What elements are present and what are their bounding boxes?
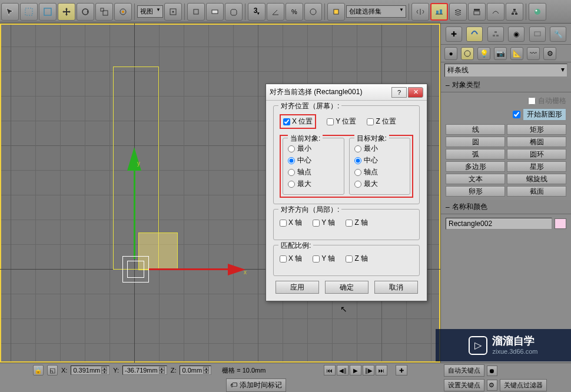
cancel-button[interactable]: 取消 [374, 281, 418, 294]
scale-y-checkbox[interactable]: Y 轴 [313, 254, 335, 264]
create-tab[interactable]: ✚ [446, 26, 462, 42]
marquee-tool[interactable] [20, 3, 38, 21]
z-axis-checkbox[interactable]: Z 轴 [346, 218, 368, 228]
shapes-cat[interactable] [461, 47, 474, 60]
goto-start-button[interactable]: ⏮ [324, 365, 336, 376]
utilities-tab[interactable]: 🔧 [550, 26, 566, 42]
move-gizmo-x[interactable] [148, 268, 231, 270]
y-axis-checkbox[interactable]: Y 轴 [313, 218, 335, 228]
angle-snap-tool[interactable] [267, 3, 284, 21]
x-position-checkbox[interactable]: X 位置 [280, 114, 316, 129]
play-button[interactable]: ▶ [350, 365, 361, 376]
egg-button[interactable]: 卵形 [446, 186, 505, 197]
x-axis-checkbox[interactable]: X 轴 [280, 218, 302, 228]
helpers-cat[interactable]: 📐 [510, 47, 523, 60]
current-max-radio[interactable]: 最大 [288, 179, 339, 189]
text-button[interactable]: 文本 [446, 174, 505, 184]
cameras-cat[interactable]: 📷 [494, 47, 507, 60]
arc-button[interactable]: 弧 [446, 149, 505, 160]
close-button[interactable]: ✕ [408, 87, 423, 98]
donut-button[interactable]: 圆环 [507, 149, 566, 160]
star-button[interactable]: 星形 [507, 161, 566, 172]
key-filters-button[interactable]: 关键点过滤器 [500, 379, 547, 391]
helix-button[interactable]: 螺旋线 [507, 174, 566, 184]
name-color-rollout[interactable]: –名称和颜色 [441, 200, 571, 214]
auto-key-button[interactable]: 自动关键点 [444, 364, 484, 377]
material-editor-tool[interactable] [529, 3, 546, 21]
next-frame-button[interactable]: ∥▶ [363, 365, 374, 376]
rotate-tool[interactable] [77, 3, 94, 21]
hierarchy-tab[interactable] [487, 26, 504, 42]
ok-button[interactable]: 确定 [325, 281, 369, 294]
transform-type-in-icon[interactable]: ◱ [47, 365, 58, 376]
select-manipulate-tool[interactable] [187, 3, 205, 21]
display-tab[interactable] [529, 26, 546, 42]
ngon-button[interactable]: 多边形 [446, 161, 505, 172]
object-name-input[interactable] [446, 218, 552, 230]
lights-cat[interactable]: 💡 [477, 47, 490, 60]
spacewarps-cat[interactable]: 〰 [527, 47, 540, 60]
scale-z-checkbox[interactable]: Z 轴 [346, 254, 368, 264]
time-config-button[interactable]: ✚ [396, 365, 407, 376]
modify-tab[interactable] [466, 26, 483, 42]
move-tool[interactable] [58, 3, 75, 21]
x-coord-input[interactable]: 0.391mm▴▾ [71, 366, 109, 375]
align-tool[interactable] [430, 3, 448, 21]
keyboard-shortcut-tool[interactable] [206, 3, 224, 21]
snap-toggle[interactable]: 3▾ [248, 3, 265, 21]
z-position-checkbox[interactable]: Z 位置 [367, 114, 396, 129]
move-gizmo-center[interactable] [127, 261, 144, 278]
layers-tool[interactable] [449, 3, 467, 21]
mirror-tool[interactable] [411, 3, 429, 21]
circle-button[interactable]: 圆 [446, 137, 505, 147]
select-tool[interactable] [1, 3, 19, 21]
auto-grid-checkbox[interactable] [528, 97, 536, 105]
named-selections-tool[interactable] [225, 3, 243, 21]
motion-tab[interactable]: ◉ [508, 26, 524, 42]
goto-end-button[interactable]: ⏭ [376, 365, 387, 376]
apply-button[interactable]: 应用 [275, 281, 319, 294]
key-mode-icon[interactable]: ⏺ [487, 366, 497, 376]
z-coord-input[interactable]: 0.0mm▴▾ [180, 366, 211, 375]
target-max-radio[interactable]: 最大 [354, 179, 406, 189]
object-color-swatch[interactable] [555, 218, 566, 229]
target-center-radio[interactable]: 中心 [354, 155, 406, 165]
section-button[interactable]: 截面 [507, 186, 566, 197]
start-new-shape-checkbox[interactable] [513, 111, 520, 118]
rectangle-button[interactable]: 矩形 [507, 124, 566, 135]
line-button[interactable]: 线 [446, 124, 505, 135]
toggle-ribbon-tool[interactable] [468, 3, 486, 21]
spinner-snap-tool[interactable] [304, 3, 322, 21]
window-crossing-tool[interactable] [39, 3, 57, 21]
key-filters-icon[interactable]: ⚙ [487, 380, 497, 391]
named-sel-dropdown[interactable]: 创建选择集 [346, 5, 406, 18]
target-pivot-radio[interactable]: 轴点 [354, 167, 406, 177]
placement-tool[interactable] [114, 3, 132, 21]
ref-coordsys-dropdown[interactable]: 视图 [137, 5, 163, 18]
percent-snap-tool[interactable]: % [286, 3, 303, 21]
y-coord-input[interactable]: -36.719mm▴▾ [122, 366, 167, 375]
y-position-checkbox[interactable]: Y 位置 [327, 114, 356, 129]
current-min-radio[interactable]: 最小 [288, 144, 339, 154]
add-time-tag-button[interactable]: 🏷添加时间标记 [226, 378, 286, 392]
current-pivot-radio[interactable]: 轴点 [288, 167, 339, 177]
systems-cat[interactable]: ⚙ [543, 47, 556, 60]
scale-tool[interactable] [95, 3, 113, 21]
schematic-view-tool[interactable] [506, 3, 523, 21]
curve-editor-tool[interactable] [487, 3, 504, 21]
svg-rect-23 [494, 31, 497, 33]
current-center-radio[interactable]: 中心 [288, 155, 339, 165]
geometry-cat[interactable]: ● [444, 47, 457, 60]
pivot-center-tool[interactable] [164, 3, 182, 21]
target-min-radio[interactable]: 最小 [354, 144, 406, 154]
set-key-button[interactable]: 设置关键点 [444, 379, 484, 391]
help-button[interactable]: ? [391, 87, 407, 98]
dialog-titlebar[interactable]: 对齐当前选择 (Rectangle001) ? ✕ [266, 84, 427, 101]
object-type-rollout[interactable]: –对象类型 [441, 78, 571, 92]
prev-frame-button[interactable]: ◀∥ [337, 365, 348, 376]
spline-dropdown[interactable]: 样条线▾ [444, 64, 567, 77]
scale-x-checkbox[interactable]: X 轴 [280, 254, 302, 264]
edit-named-sel[interactable] [327, 3, 345, 21]
selection-lock-icon[interactable]: 🔒 [33, 365, 44, 376]
ellipse-button[interactable]: 椭圆 [507, 137, 566, 147]
